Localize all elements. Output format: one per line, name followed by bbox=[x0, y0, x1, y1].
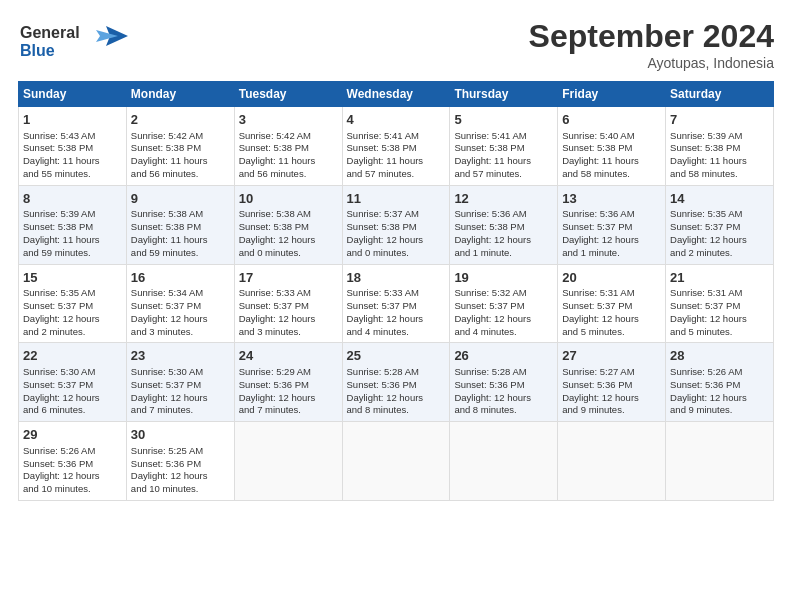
day-info: Sunrise: 5:43 AM bbox=[23, 130, 122, 143]
day-info: Sunrise: 5:42 AM bbox=[239, 130, 338, 143]
day-number: 15 bbox=[23, 269, 122, 287]
day-info: Sunrise: 5:26 AM bbox=[670, 366, 769, 379]
day-info: Sunset: 5:38 PM bbox=[454, 221, 553, 234]
table-row: 23Sunrise: 5:30 AMSunset: 5:37 PMDayligh… bbox=[126, 343, 234, 422]
day-info: Daylight: 12 hours bbox=[239, 313, 338, 326]
day-info: Sunrise: 5:28 AM bbox=[347, 366, 446, 379]
day-info: Sunset: 5:38 PM bbox=[239, 142, 338, 155]
day-info: Sunrise: 5:38 AM bbox=[131, 208, 230, 221]
day-info: Sunset: 5:37 PM bbox=[23, 300, 122, 313]
day-info: Sunrise: 5:26 AM bbox=[23, 445, 122, 458]
day-info: Daylight: 11 hours bbox=[131, 155, 230, 168]
day-info: and 56 minutes. bbox=[239, 168, 338, 181]
calendar-page: General Blue September 2024 Ayotupas, In… bbox=[0, 0, 792, 612]
day-number: 17 bbox=[239, 269, 338, 287]
day-number: 2 bbox=[131, 111, 230, 129]
day-info: Daylight: 12 hours bbox=[670, 392, 769, 405]
table-row: 9Sunrise: 5:38 AMSunset: 5:38 PMDaylight… bbox=[126, 185, 234, 264]
table-row bbox=[234, 422, 342, 501]
day-info: and 7 minutes. bbox=[131, 404, 230, 417]
day-info: and 9 minutes. bbox=[670, 404, 769, 417]
day-info: Sunset: 5:36 PM bbox=[562, 379, 661, 392]
day-number: 6 bbox=[562, 111, 661, 129]
day-info: and 9 minutes. bbox=[562, 404, 661, 417]
table-row: 3Sunrise: 5:42 AMSunset: 5:38 PMDaylight… bbox=[234, 107, 342, 186]
day-number: 29 bbox=[23, 426, 122, 444]
day-info: Daylight: 12 hours bbox=[454, 392, 553, 405]
day-info: Sunset: 5:36 PM bbox=[454, 379, 553, 392]
table-row: 29Sunrise: 5:26 AMSunset: 5:36 PMDayligh… bbox=[19, 422, 127, 501]
table-row: 24Sunrise: 5:29 AMSunset: 5:36 PMDayligh… bbox=[234, 343, 342, 422]
day-info: and 4 minutes. bbox=[347, 326, 446, 339]
day-info: Daylight: 12 hours bbox=[23, 392, 122, 405]
week-row-1: 1Sunrise: 5:43 AMSunset: 5:38 PMDaylight… bbox=[19, 107, 774, 186]
day-number: 13 bbox=[562, 190, 661, 208]
table-row: 7Sunrise: 5:39 AMSunset: 5:38 PMDaylight… bbox=[666, 107, 774, 186]
day-number: 23 bbox=[131, 347, 230, 365]
day-info: Daylight: 12 hours bbox=[347, 313, 446, 326]
day-info: Daylight: 11 hours bbox=[239, 155, 338, 168]
day-number: 12 bbox=[454, 190, 553, 208]
day-info: Daylight: 11 hours bbox=[347, 155, 446, 168]
day-info: Sunset: 5:38 PM bbox=[131, 221, 230, 234]
day-info: and 57 minutes. bbox=[347, 168, 446, 181]
table-row: 21Sunrise: 5:31 AMSunset: 5:37 PMDayligh… bbox=[666, 264, 774, 343]
table-row: 2Sunrise: 5:42 AMSunset: 5:38 PMDaylight… bbox=[126, 107, 234, 186]
title-block: September 2024 Ayotupas, Indonesia bbox=[529, 18, 774, 71]
day-info: and 4 minutes. bbox=[454, 326, 553, 339]
day-info: Sunset: 5:38 PM bbox=[562, 142, 661, 155]
day-info: Daylight: 12 hours bbox=[562, 313, 661, 326]
day-number: 25 bbox=[347, 347, 446, 365]
day-number: 7 bbox=[670, 111, 769, 129]
day-info: Daylight: 12 hours bbox=[131, 392, 230, 405]
day-info: Sunset: 5:38 PM bbox=[454, 142, 553, 155]
day-info: Sunset: 5:37 PM bbox=[454, 300, 553, 313]
month-title: September 2024 bbox=[529, 18, 774, 55]
day-info: Sunset: 5:36 PM bbox=[23, 458, 122, 471]
day-info: Sunrise: 5:33 AM bbox=[239, 287, 338, 300]
day-info: and 10 minutes. bbox=[131, 483, 230, 496]
table-row: 15Sunrise: 5:35 AMSunset: 5:37 PMDayligh… bbox=[19, 264, 127, 343]
day-info: and 0 minutes. bbox=[347, 247, 446, 260]
day-info: Daylight: 12 hours bbox=[562, 392, 661, 405]
day-info: Sunset: 5:38 PM bbox=[239, 221, 338, 234]
table-row bbox=[558, 422, 666, 501]
day-number: 11 bbox=[347, 190, 446, 208]
day-info: Daylight: 12 hours bbox=[562, 234, 661, 247]
day-info: Sunrise: 5:32 AM bbox=[454, 287, 553, 300]
day-number: 4 bbox=[347, 111, 446, 129]
day-info: and 8 minutes. bbox=[454, 404, 553, 417]
day-info: Sunrise: 5:28 AM bbox=[454, 366, 553, 379]
day-number: 16 bbox=[131, 269, 230, 287]
header-thursday: Thursday bbox=[450, 82, 558, 107]
day-info: Sunset: 5:38 PM bbox=[347, 142, 446, 155]
day-number: 5 bbox=[454, 111, 553, 129]
day-info: Daylight: 12 hours bbox=[670, 234, 769, 247]
day-info: Sunrise: 5:30 AM bbox=[23, 366, 122, 379]
day-info: Sunrise: 5:36 AM bbox=[454, 208, 553, 221]
table-row: 5Sunrise: 5:41 AMSunset: 5:38 PMDaylight… bbox=[450, 107, 558, 186]
day-info: Daylight: 12 hours bbox=[239, 392, 338, 405]
day-info: Sunrise: 5:34 AM bbox=[131, 287, 230, 300]
day-number: 20 bbox=[562, 269, 661, 287]
header-wednesday: Wednesday bbox=[342, 82, 450, 107]
day-info: and 55 minutes. bbox=[23, 168, 122, 181]
day-info: Sunset: 5:37 PM bbox=[562, 300, 661, 313]
day-info: Daylight: 11 hours bbox=[670, 155, 769, 168]
svg-text:Blue: Blue bbox=[20, 42, 55, 59]
day-info: and 2 minutes. bbox=[23, 326, 122, 339]
logo-text: General Blue bbox=[18, 18, 128, 64]
day-info: and 58 minutes. bbox=[562, 168, 661, 181]
day-number: 14 bbox=[670, 190, 769, 208]
day-info: Sunrise: 5:37 AM bbox=[347, 208, 446, 221]
day-number: 8 bbox=[23, 190, 122, 208]
day-info: Sunset: 5:36 PM bbox=[347, 379, 446, 392]
day-info: Daylight: 12 hours bbox=[454, 313, 553, 326]
day-info: Sunset: 5:38 PM bbox=[23, 142, 122, 155]
day-info: Daylight: 11 hours bbox=[562, 155, 661, 168]
day-info: Daylight: 12 hours bbox=[23, 313, 122, 326]
day-info: and 5 minutes. bbox=[562, 326, 661, 339]
day-info: and 6 minutes. bbox=[23, 404, 122, 417]
table-row bbox=[342, 422, 450, 501]
day-info: Sunset: 5:37 PM bbox=[239, 300, 338, 313]
